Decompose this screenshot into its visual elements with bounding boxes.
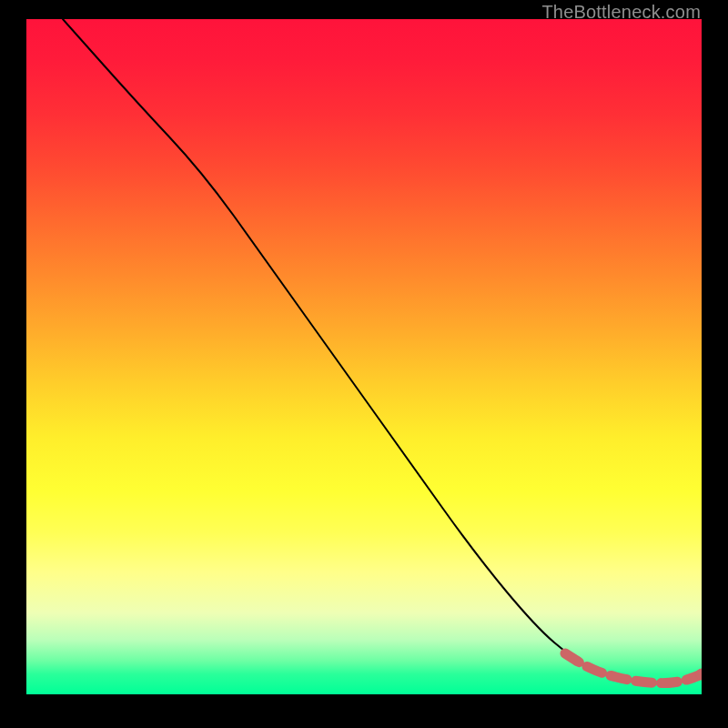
chart-frame: TheBottleneck.com: [0, 0, 728, 728]
curves-layer: [26, 19, 702, 694]
bottleneck-heat-plot: [26, 19, 702, 694]
main-curve: [63, 19, 702, 683]
highlight-segment: [565, 653, 702, 683]
